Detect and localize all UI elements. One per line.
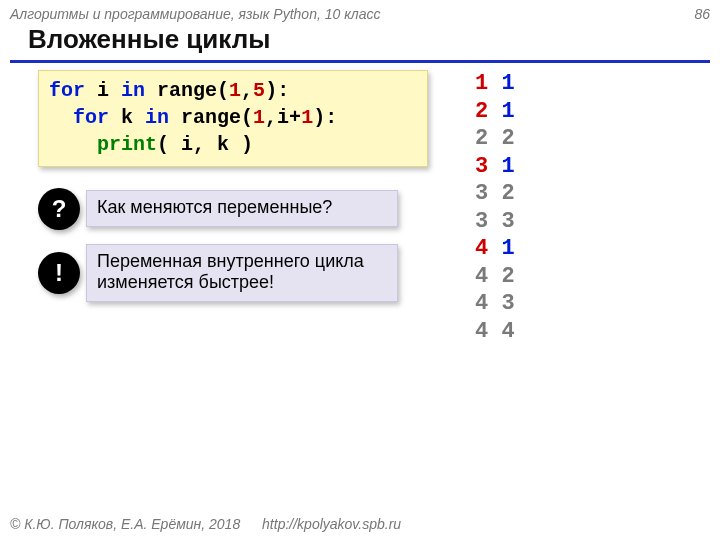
output-k: 3 — [501, 291, 514, 316]
output-row: 3 1 — [475, 153, 515, 181]
copyright: © К.Ю. Поляков, Е.А. Ерёмин, 2018 — [10, 516, 240, 532]
exclaim-text: Переменная внутреннего цикла изменяется … — [86, 244, 398, 302]
code-line-1: for i in range(1,5): — [49, 77, 417, 104]
course-label: Алгоритмы и программирование, язык Pytho… — [10, 6, 380, 22]
output-row: 4 3 — [475, 290, 515, 318]
exclaim-icon: ! — [38, 252, 80, 294]
output-row: 2 1 — [475, 98, 515, 126]
output-k: 4 — [501, 319, 514, 344]
output-i: 4 — [475, 264, 488, 289]
output-row: 3 3 — [475, 208, 515, 236]
output-i: 3 — [475, 209, 488, 234]
footer: © К.Ю. Поляков, Е.А. Ерёмин, 2018 http:/… — [10, 516, 401, 532]
slide-title: Вложенные циклы — [28, 24, 270, 55]
output-row: 4 4 — [475, 318, 515, 346]
output-k: 2 — [501, 181, 514, 206]
output-i: 4 — [475, 291, 488, 316]
output-i: 3 — [475, 181, 488, 206]
output-row: 4 1 — [475, 235, 515, 263]
code-line-2: for k in range(1,i+1): — [49, 104, 417, 131]
output-k: 3 — [501, 209, 514, 234]
output-i: 2 — [475, 99, 488, 124]
output-k: 1 — [501, 71, 514, 96]
question-icon: ? — [38, 188, 80, 230]
program-output: 1 12 12 23 13 23 34 14 24 34 4 — [475, 70, 515, 345]
output-i: 3 — [475, 154, 488, 179]
output-row: 2 2 — [475, 125, 515, 153]
question-callout: ? Как меняются переменные? — [38, 190, 398, 227]
output-k: 2 — [501, 264, 514, 289]
page-number: 86 — [694, 6, 710, 22]
code-block: for i in range(1,5): for k in range(1,i+… — [38, 70, 428, 167]
question-text: Как меняются переменные? — [86, 190, 398, 227]
output-i: 2 — [475, 126, 488, 151]
output-k: 1 — [501, 236, 514, 261]
code-line-3: print( i, k ) — [49, 131, 417, 158]
output-row: 3 2 — [475, 180, 515, 208]
output-k: 2 — [501, 126, 514, 151]
footer-url: http://kpolyakov.spb.ru — [262, 516, 401, 532]
output-k: 1 — [501, 154, 514, 179]
output-row: 1 1 — [475, 70, 515, 98]
output-k: 1 — [501, 99, 514, 124]
output-i: 4 — [475, 236, 488, 261]
output-i: 4 — [475, 319, 488, 344]
header-bar: Алгоритмы и программирование, язык Pytho… — [10, 6, 710, 22]
output-i: 1 — [475, 71, 488, 96]
title-divider-bottom — [10, 62, 710, 63]
output-row: 4 2 — [475, 263, 515, 291]
exclaim-callout: ! Переменная внутреннего цикла изменяетс… — [38, 244, 398, 302]
